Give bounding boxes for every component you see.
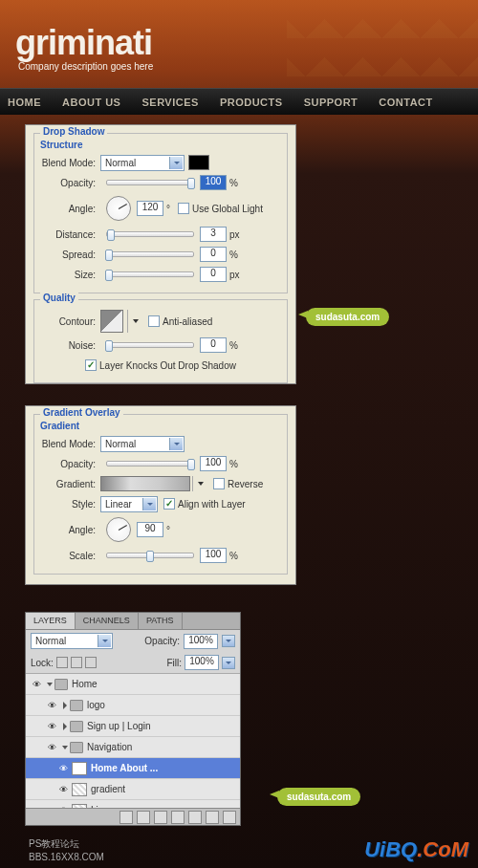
antialiased-label: Anti-aliased [163,316,212,327]
noise-unit: % [229,340,238,351]
align-checkbox[interactable] [163,498,175,510]
layer-row[interactable]: gradient [26,779,240,800]
twisty-icon[interactable] [60,723,70,730]
layer-row[interactable]: Navigation [26,737,240,758]
link-icon[interactable] [120,811,133,824]
nav-support[interactable]: SUPPORT [304,97,358,108]
go-angle-input[interactable]: 90 [137,522,163,537]
eye-icon[interactable] [43,701,60,710]
slider-thumb[interactable] [105,340,113,352]
contour-label: Contour: [40,316,96,327]
knocks-out-checkbox[interactable] [85,359,97,371]
fill-input[interactable]: 100% [185,655,219,670]
contour-swatch[interactable] [100,310,123,333]
nav-services[interactable]: SERVICES [141,97,198,108]
scale-input[interactable]: 100 [200,548,227,563]
align-label: Align with Layer [178,499,246,510]
gradient-dropdown[interactable] [192,476,207,491]
chevron-down-icon [169,438,183,450]
opacity-label: Opacity: [40,178,96,188]
opacity-slider[interactable] [106,180,194,185]
knocks-out-label: Layer Knocks Out Drop Shadow [99,360,236,371]
go-angle-unit: ° [166,525,170,535]
nav-home[interactable]: HOME [8,97,41,108]
opacity-unit: % [229,178,238,188]
size-input[interactable]: 0 [200,267,227,282]
eye-icon[interactable] [28,680,45,689]
eye-icon[interactable] [54,785,72,794]
twisty-icon[interactable] [60,702,70,709]
layer-row-selected[interactable]: THome About ... [26,758,240,779]
twisty-icon[interactable] [45,683,54,686]
go-angle-dial[interactable] [106,517,131,542]
slider-thumb[interactable] [187,178,195,189]
eye-icon[interactable] [54,764,72,773]
layer-opacity-input[interactable]: 100% [184,634,218,649]
go-blend-mode-select[interactable]: Normal [100,436,185,452]
color-swatch[interactable] [188,155,209,170]
new-layer-icon[interactable] [206,811,219,824]
lock-all-icon[interactable] [85,657,97,668]
style-select[interactable]: Linear [100,496,158,512]
layer-row[interactable]: Home [26,674,240,695]
adjustment-icon[interactable] [171,811,185,824]
nav-contact[interactable]: CONTACT [379,97,432,108]
opacity-input[interactable]: 100 [200,175,227,190]
scale-label: Scale: [40,551,96,561]
angle-input[interactable]: 120 [137,201,163,216]
global-light-label: Use Global Light [192,204,263,214]
spread-slider[interactable] [106,251,194,257]
nav-about[interactable]: ABOUT US [62,97,120,108]
reverse-checkbox[interactable] [213,478,225,489]
slider-thumb[interactable] [146,551,154,562]
trash-icon[interactable] [223,811,236,824]
layer-mode-value: Normal [35,636,66,646]
slider-thumb[interactable] [105,270,113,281]
twisty-icon[interactable] [60,746,70,749]
nav-products[interactable]: PRODUCTS [220,97,283,108]
group-icon[interactable] [188,811,202,824]
mask-icon[interactable] [154,811,167,824]
contour-dropdown[interactable] [127,310,142,333]
scale-slider[interactable] [106,553,194,558]
slider-thumb[interactable] [105,250,113,261]
layer-mode-select[interactable]: Normal [31,633,113,649]
uibq-text: UiBQ [364,837,417,861]
chevron-down-icon [98,635,111,647]
spread-input[interactable]: 0 [200,247,227,262]
layer-row[interactable]: Sign up | Login [26,716,240,737]
tab-paths[interactable]: PATHS [139,613,183,629]
slider-thumb[interactable] [187,459,195,470]
slider-thumb[interactable] [107,229,115,241]
antialiased-checkbox[interactable] [148,315,160,327]
eye-icon[interactable] [43,743,60,752]
go-opacity-slider[interactable] [106,461,194,467]
tab-layers[interactable]: LAYERS [26,613,76,629]
size-label: Size: [40,270,96,280]
global-light-checkbox[interactable] [178,203,189,214]
opacity-flyout-icon[interactable] [222,635,235,647]
tab-channels[interactable]: CHANNELS [76,613,139,629]
layer-name: Home [72,679,98,689]
layer-list: Home logo Sign up | Login Navigation THo… [26,674,240,808]
distance-slider[interactable] [106,231,194,237]
go-opacity-input[interactable]: 100 [200,456,227,471]
size-slider[interactable] [106,271,194,277]
noise-input[interactable]: 0 [200,337,227,353]
layers-panel: LAYERS CHANNELS PATHS Normal Opacity: 10… [25,612,241,826]
distance-input[interactable]: 3 [200,227,227,242]
layer-name: logo [87,700,105,710]
layer-row[interactable]: Line [26,800,240,808]
lock-position-icon[interactable] [71,657,82,668]
angle-dial[interactable]: .angle-dial::after{transform:rotate(-30d… [106,196,131,221]
uibq-logo: UiBQ.CoM [364,837,468,862]
lock-pixels-icon[interactable] [56,657,68,668]
gradient-bar[interactable] [100,476,190,491]
fill-flyout-icon[interactable] [222,657,235,669]
fx-icon[interactable] [137,811,150,824]
eye-icon[interactable] [43,722,60,731]
blend-mode-select[interactable]: Normal [100,155,185,171]
noise-slider[interactable] [106,342,194,348]
layer-row[interactable]: logo [26,695,240,716]
layer-name: Home About ... [91,763,158,773]
